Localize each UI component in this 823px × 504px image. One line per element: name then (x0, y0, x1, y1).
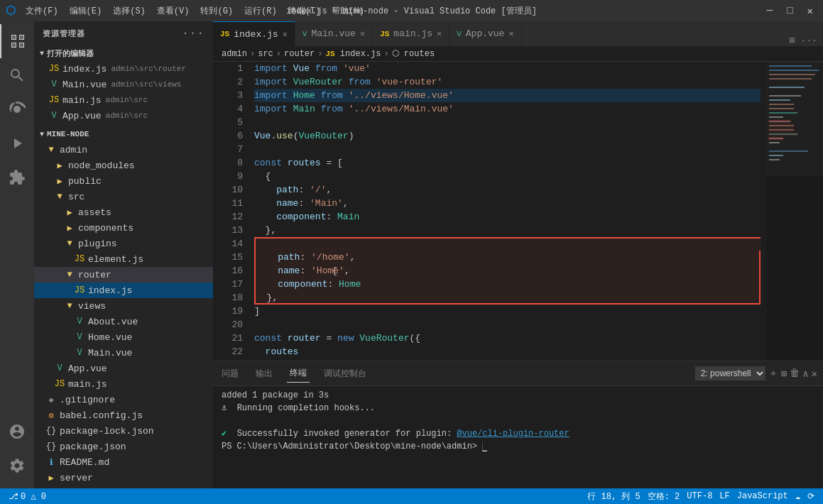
file-package-lock[interactable]: {} package-lock.json (34, 423, 213, 439)
code-line-12: component: Main (254, 210, 761, 224)
menu-edit[interactable]: 编辑(E) (65, 4, 107, 18)
terminal-tab-terminal[interactable]: 终端 (287, 364, 310, 383)
status-line-col[interactable]: 行 18, 列 5 (584, 491, 643, 503)
folder-views[interactable]: ▼ views (34, 298, 213, 314)
file-readme[interactable]: ℹ README.md (34, 454, 213, 470)
open-file-path: admin\src\router (111, 65, 186, 73)
open-file-index-js[interactable]: ✕ JS index.js admin\src\router (34, 61, 213, 77)
open-file-app-vue[interactable]: ✕ V App.vue admin\src (34, 108, 213, 124)
menu-file[interactable]: 文件(F) (21, 4, 62, 18)
open-file-main-vue[interactable]: ✕ V Main.vue admin\src\views (34, 77, 213, 92)
tab-close-icon[interactable]: ✕ (508, 28, 513, 39)
tab-close-icon[interactable]: ✕ (283, 29, 288, 40)
activity-bar-bottom (0, 415, 34, 483)
collapse-terminal-icon[interactable]: ∧ (802, 368, 808, 380)
code-line-16: name: 'Home', (254, 264, 761, 278)
code-line-15: path: '/home', (254, 251, 761, 264)
status-encoding[interactable]: UTF-8 (684, 491, 715, 503)
menu-goto[interactable]: 转到(G) (196, 4, 237, 18)
delete-terminal-icon[interactable]: 🗑 (790, 368, 800, 379)
split-terminal-icon[interactable]: ⊞ (781, 368, 787, 380)
code-line-21: const router = new VueRouter({ (254, 332, 761, 345)
activity-source-control[interactable] (0, 92, 34, 126)
open-file-path: admin\src\views (111, 80, 181, 89)
shell-selector[interactable]: 2: powershell (695, 366, 765, 380)
tab-main-vue[interactable]: V Main.vue ✕ (295, 21, 373, 46)
file-main-js[interactable]: JS main.js (34, 376, 213, 392)
terminal-tab-problems[interactable]: 问题 (219, 365, 241, 383)
breadcrumb-file[interactable]: JS index.js (325, 49, 381, 59)
folder-open-icon: ▼ (54, 192, 65, 202)
add-terminal-icon[interactable]: ＋ (768, 367, 778, 380)
terminal-line-4: ✔ Successfully invoked generator for plu… (222, 427, 814, 440)
status-spaces[interactable]: 空格: 2 (645, 491, 683, 503)
breadcrumb-admin[interactable]: admin (222, 49, 247, 59)
folder-admin[interactable]: ▼ admin (34, 142, 213, 158)
status-language[interactable]: JavaScript (734, 491, 791, 503)
terminal-tab-output[interactable]: 输出 (253, 365, 276, 383)
file-package-json[interactable]: {} package.json (34, 439, 213, 454)
folder-open-icon: ▼ (64, 239, 75, 248)
menu-select[interactable]: 选择(S) (109, 4, 150, 18)
terminal-tab-bar: 问题 输出 终端 调试控制台 2: powershell ＋ ⊞ 🗑 ∧ ✕ (213, 361, 823, 386)
folder-components[interactable]: ▶ components (34, 220, 213, 236)
tab-close-icon[interactable]: ✕ (360, 28, 365, 39)
tab-app-vue[interactable]: V App.vue ✕ (449, 21, 521, 46)
file-home-vue[interactable]: V Home.vue (34, 329, 213, 345)
file-element-js[interactable]: JS element.js (34, 251, 213, 267)
tab-main-js[interactable]: JS main.js ✕ (373, 21, 449, 46)
terminal-tab-debug[interactable]: 调试控制台 (321, 365, 369, 383)
folder-public[interactable]: ▶ public (34, 173, 213, 189)
activity-settings[interactable] (0, 449, 34, 483)
breadcrumb-src[interactable]: src (258, 49, 273, 59)
code-line-8: const routes = [ (254, 156, 761, 170)
file-icon: ◆ (45, 395, 57, 405)
folder-node-modules[interactable]: ▶ node_modules (34, 158, 213, 173)
status-cloud[interactable]: ☁ (792, 491, 803, 503)
menu-view[interactable]: 查看(V) (153, 4, 194, 18)
split-editor-icon[interactable]: ⊞ (790, 35, 795, 46)
code-line-18: }, (254, 291, 761, 305)
activity-search[interactable] (0, 58, 34, 92)
more-actions-icon[interactable]: ··· (801, 35, 817, 46)
project-header[interactable]: ▼ MINE-NODE (34, 126, 213, 142)
file-babel-config[interactable]: ⚙ babel.config.js (34, 407, 213, 423)
file-main-vue[interactable]: V Main.vue (34, 345, 213, 361)
file-app-vue[interactable]: V App.vue (34, 361, 213, 376)
open-editors-section: ▼ 打开的编辑器 ✕ JS index.js admin\src\router … (34, 45, 213, 124)
close-terminal-icon[interactable]: ✕ (812, 368, 817, 380)
code-editor[interactable]: 12345 678910 1112131415 1617181920 21222… (213, 62, 823, 361)
folder-router[interactable]: ▼ router (34, 267, 213, 283)
breadcrumb-router[interactable]: router (284, 49, 315, 59)
minimize-button[interactable]: ─ (763, 4, 777, 18)
code-line-11: name: 'Main', (254, 197, 761, 210)
breadcrumb-symbol[interactable]: ⬡ routes (392, 48, 435, 59)
folder-assets[interactable]: ▶ assets (34, 204, 213, 220)
folder-plugins[interactable]: ▼ plugins (34, 236, 213, 251)
tab-index-js[interactable]: JS index.js ✕ (213, 21, 295, 46)
plugin-link[interactable]: @vue/cli-plugin-router (457, 429, 569, 439)
code-line-10: path: '/', (254, 183, 761, 197)
activity-extensions[interactable] (0, 160, 34, 195)
folder-src[interactable]: ▼ src (34, 189, 213, 204)
file-gitignore[interactable]: ◆ .gitignore (34, 392, 213, 407)
menu-run[interactable]: 运行(R) (240, 4, 281, 18)
open-editors-header[interactable]: ▼ 打开的编辑器 (34, 45, 213, 61)
tab-close-icon[interactable]: ✕ (437, 28, 442, 39)
activity-account[interactable] (0, 415, 34, 449)
status-eol[interactable]: LF (716, 491, 732, 503)
collapse-icon: ▼ (40, 50, 44, 57)
file-index-js[interactable]: JS index.js (34, 283, 213, 298)
terminal-content[interactable]: added 1 package in 3s ⚓ Running completi… (213, 386, 823, 488)
open-file-main-js[interactable]: ✕ JS main.js admin\src (34, 92, 213, 108)
close-button[interactable]: ✕ (803, 4, 817, 18)
activity-explorer[interactable] (0, 24, 34, 58)
activity-run[interactable] (0, 126, 34, 160)
status-sync[interactable]: ⟳ (805, 491, 817, 503)
status-git-branch[interactable]: ⎇ 0 △ 0 (6, 491, 49, 502)
maximize-button[interactable]: □ (783, 4, 797, 18)
folder-server[interactable]: ▶ server (34, 470, 213, 486)
breadcrumb-sep: › (250, 49, 255, 59)
file-about-vue[interactable]: V About.vue (34, 314, 213, 329)
sidebar-menu-icon[interactable]: ··· (182, 27, 205, 40)
